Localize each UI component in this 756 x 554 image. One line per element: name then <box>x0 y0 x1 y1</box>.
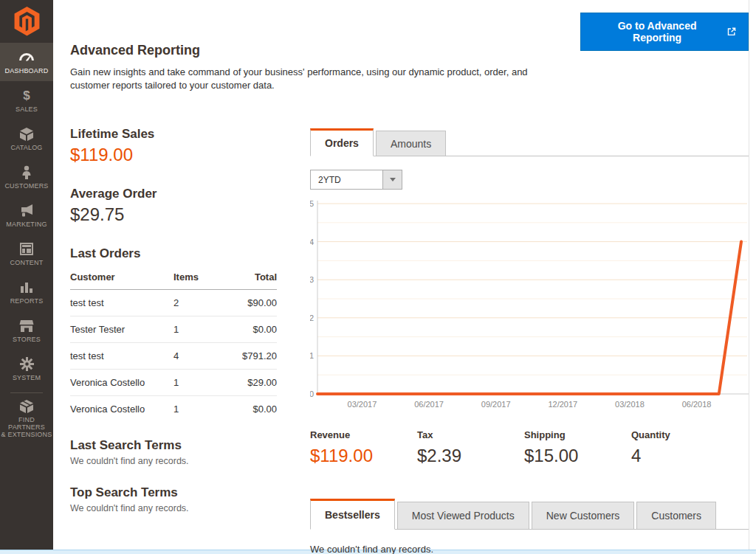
tab-bestsellers[interactable]: Bestsellers <box>310 499 395 530</box>
sidebar-item-label: SYSTEM <box>13 374 41 381</box>
total-shipping: Shipping $15.00 <box>524 429 631 466</box>
sidebar-item-system[interactable]: SYSTEM <box>0 350 53 388</box>
lifetime-sales-value: $119.00 <box>70 145 277 165</box>
sidebar-item-label: CUSTOMERS <box>4 182 48 190</box>
sidebar-divider <box>10 392 43 393</box>
go-to-advanced-reporting-button[interactable]: Go to Advanced Reporting <box>580 13 749 51</box>
sidebar-item-catalog[interactable]: CATALOG <box>0 120 53 158</box>
col-header-items: Items <box>173 267 225 290</box>
svg-text:3: 3 <box>310 275 314 284</box>
tab-amounts[interactable]: Amounts <box>376 131 446 156</box>
tab-label: Customers <box>651 510 701 522</box>
total-value: $15.00 <box>524 446 631 466</box>
magento-logo-icon <box>13 7 41 36</box>
total-quantity: Quantity 4 <box>631 429 738 466</box>
button-label: Go to Advanced Reporting <box>593 20 721 44</box>
svg-text:06/2017: 06/2017 <box>414 400 444 409</box>
external-link-icon <box>727 27 736 36</box>
svg-text:06/2018: 06/2018 <box>682 400 712 409</box>
table-row[interactable]: test test 2 $90.00 <box>70 290 277 316</box>
magento-logo[interactable] <box>0 0 53 43</box>
top-search-empty-message: We couldn't find any records. <box>70 503 277 513</box>
sidebar-item-label: STORES <box>13 336 41 343</box>
sidebar-item-content[interactable]: CONTENT <box>0 235 53 273</box>
content-layout-icon <box>20 242 33 257</box>
sales-dollar-icon: $ <box>23 89 30 103</box>
marketing-megaphone-icon <box>19 204 34 218</box>
total-label: Quantity <box>631 429 738 440</box>
last-orders-table: Customer Items Total test test 2 $90.00 … <box>70 267 277 422</box>
chart-range-select[interactable]: 2YTD <box>310 170 402 190</box>
table-row[interactable]: Veronica Costello 1 $29.00 <box>70 370 277 396</box>
sidebar-item-label: CONTENT <box>10 259 44 266</box>
tab-label: Most Viewed Products <box>412 510 515 522</box>
sidebar-item-label: FIND PARTNERS <box>0 416 53 431</box>
dashboard-gauge-icon <box>18 50 35 65</box>
sidebar-nav: DASHBOARD $ SALES CATALOG CUSTOMERS MARK… <box>0 0 53 550</box>
advanced-reporting-description: Gain new insights and take command of yo… <box>70 66 557 92</box>
tab-label: New Customers <box>546 510 620 522</box>
customer-cell: Veronica Costello <box>70 370 173 396</box>
col-header-total: Total <box>225 267 277 290</box>
lifetime-sales-title: Lifetime Sales <box>70 127 277 142</box>
svg-text:4: 4 <box>310 238 314 246</box>
customer-cell: test test <box>70 343 173 370</box>
bestsellers-empty-message: We couldn't find any records. <box>310 544 433 554</box>
svg-text:2: 2 <box>310 314 314 322</box>
content-right-border <box>749 0 749 550</box>
items-cell: 1 <box>173 396 225 423</box>
total-cell: $29.00 <box>225 370 277 396</box>
range-select-arrow-button[interactable] <box>382 170 402 189</box>
orders-line-chart: 01234503/201706/201709/201712/201703/201… <box>310 195 749 416</box>
sidebar-item-label: MARKETING <box>6 221 47 228</box>
magento-dashboard-page: DASHBOARD $ SALES CATALOG CUSTOMERS MARK… <box>0 0 756 554</box>
sidebar-item-sales[interactable]: $ SALES <box>0 81 53 120</box>
partners-box-icon <box>19 399 34 414</box>
last-search-terms-title: Last Search Terms <box>70 438 277 453</box>
last-search-empty-message: We couldn't find any records. <box>70 456 277 466</box>
table-row[interactable]: Veronica Costello 1 $0.00 <box>70 396 277 423</box>
svg-text:0: 0 <box>310 389 314 398</box>
sidebar-item-label: CATALOG <box>10 144 42 151</box>
chart-totals-row: Revenue $119.00 Tax $2.39 Shipping $15.0… <box>310 429 738 466</box>
last-orders-title: Last Orders <box>70 246 277 261</box>
table-row[interactable]: test test 4 $791.20 <box>70 343 277 370</box>
tab-orders[interactable]: Orders <box>310 128 374 156</box>
tab-customers[interactable]: Customers <box>636 502 716 530</box>
top-search-terms-title: Top Search Terms <box>70 485 277 500</box>
items-cell: 4 <box>173 343 225 370</box>
dashboard-left-column: Lifetime Sales $119.00 Average Order $29… <box>70 127 277 513</box>
tab-most-viewed-products[interactable]: Most Viewed Products <box>397 502 529 530</box>
sidebar-item-customers[interactable]: CUSTOMERS <box>0 158 53 196</box>
sidebar-item-marketing[interactable]: MARKETING <box>0 196 53 235</box>
sidebar-item-reports[interactable]: REPORTS <box>0 273 53 311</box>
table-row[interactable]: Tester Tester 1 $0.00 <box>70 316 277 343</box>
dashboard-right-column: Orders Amounts 2YTD 01234503/201706/2017… <box>310 128 749 549</box>
total-tax: Tax $2.39 <box>417 429 524 466</box>
total-cell: $791.20 <box>225 343 277 370</box>
sidebar-item-find-partners[interactable]: FIND PARTNERS & EXTENSIONS <box>0 397 53 440</box>
total-cell: $0.00 <box>225 396 277 423</box>
tab-label: Orders <box>325 137 359 149</box>
chevron-down-icon <box>390 178 396 181</box>
sidebar-item-label: DASHBOARD <box>5 67 49 75</box>
orders-chart-svg: 01234503/201706/201709/201712/201703/201… <box>310 195 749 416</box>
range-select-value: 2YTD <box>311 170 382 189</box>
average-order-value: $29.75 <box>70 204 277 225</box>
system-gear-icon <box>20 357 34 372</box>
stores-storefront-icon <box>19 319 34 333</box>
customer-cell: Veronica Costello <box>70 396 173 423</box>
total-label: Revenue <box>310 429 417 440</box>
customer-cell: Tester Tester <box>70 316 173 343</box>
dashboard-content: Advanced Reporting Gain new insights and… <box>53 0 749 550</box>
total-cell: $90.00 <box>225 290 277 316</box>
sidebar-item-stores[interactable]: STORES <box>0 311 53 350</box>
sidebar-item-label: & EXTENSIONS <box>1 431 52 438</box>
items-cell: 1 <box>173 370 225 396</box>
svg-text:03/2017: 03/2017 <box>348 400 377 409</box>
svg-text:09/2017: 09/2017 <box>481 400 511 409</box>
catalog-box-icon <box>19 127 34 142</box>
sidebar-item-dashboard[interactable]: DASHBOARD <box>0 43 53 81</box>
svg-text:5: 5 <box>310 199 314 208</box>
tab-new-customers[interactable]: New Customers <box>532 502 635 530</box>
